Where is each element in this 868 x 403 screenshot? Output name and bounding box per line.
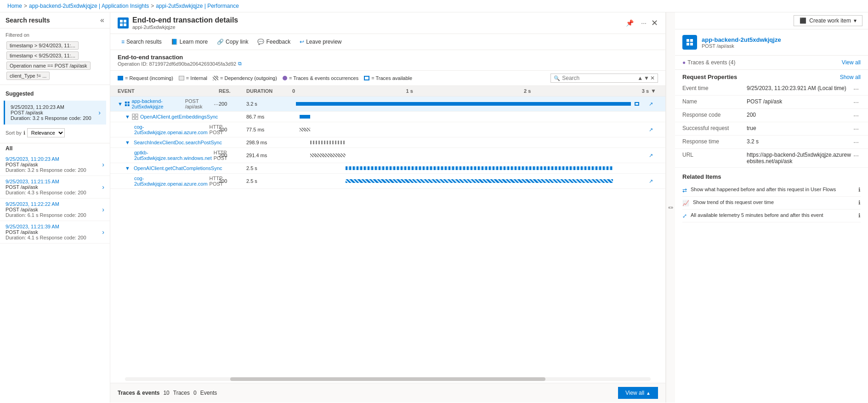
show-all-button[interactable]: Show all <box>840 74 861 80</box>
table-header: EVENT RES. DURATION 0 1 s 2 s 3 s ▼ <box>110 86 665 96</box>
suggested-item-text: 9/25/2023, 11:20:23 AM POST /api/ask Dur… <box>11 104 91 121</box>
list-item-method: POST /api/ask <box>6 229 86 235</box>
breadcrumb-performance[interactable]: appi-2ut5xdwkjqjze | Performance <box>156 3 239 9</box>
expand-0[interactable]: ▼ <box>118 101 123 107</box>
event-name-3[interactable]: SearchIndexClientDoc.searchPostSync <box>134 140 222 145</box>
time-mark-2: 2 s <box>524 88 531 94</box>
list-item[interactable]: 9/25/2023, 11:20:23 AM POST /api/ask Dur… <box>0 153 110 176</box>
copy-operation-icon[interactable]: ⧉ <box>238 61 242 67</box>
learn-more-label: Learn more <box>180 39 208 45</box>
table-row: ▼ OpenAIClient.getChatCompletionsSync 2.… <box>110 163 665 174</box>
prop-more-button[interactable]: ··· <box>851 85 861 92</box>
search-clear-button[interactable]: ✕ <box>650 75 655 81</box>
feedback-button[interactable]: 💬 Feedback <box>254 37 294 47</box>
list-item[interactable]: 9/25/2023, 11:22:22 AM POST /api/ask Dur… <box>0 199 110 221</box>
prop-value: POST /api/ask <box>747 98 851 105</box>
create-work-item-button[interactable]: ⬛ Create work item ▾ <box>794 15 862 26</box>
related-item-icon: ⤢ <box>682 213 687 219</box>
search-input[interactable] <box>562 75 635 81</box>
filter-button[interactable]: ▼ <box>649 88 658 94</box>
col-event: EVENT <box>118 88 219 94</box>
legend-internal-label: = Internal <box>186 75 207 81</box>
close-button[interactable]: ✕ <box>651 18 658 28</box>
list-item-detail: Duration: 3.2 s Response code: 200 <box>6 167 86 173</box>
svg-rect-27 <box>690 39 693 42</box>
pin-button[interactable]: 📌 <box>623 18 636 28</box>
expand-3[interactable]: ▼ <box>125 140 130 145</box>
collapse-panel-button[interactable]: « <box>100 16 104 24</box>
more-actions-button[interactable]: ··· <box>638 18 649 28</box>
legend-traces-label: = Traces & events occurrences <box>289 75 358 81</box>
table-row: cog-2ut5xdwkjqjze.openai.azure.com HTTP … <box>110 174 665 189</box>
bar-indicator-0 <box>635 102 639 106</box>
suggested-item[interactable]: 9/25/2023, 11:20:23 AM POST /api/ask Dur… <box>4 101 106 125</box>
svg-rect-28 <box>686 43 689 45</box>
prop-more-button[interactable]: ··· <box>851 138 861 146</box>
filter-tag[interactable]: client_Type != ... <box>6 72 50 80</box>
prop-value: https://app-backend-2ut5xdwkjqjze.azurew… <box>747 152 851 165</box>
svg-rect-8 <box>132 114 135 116</box>
event-name-5[interactable]: OpenAIClient.getChatCompletionsSync <box>134 165 222 171</box>
table-rows: ▼ app-backend-2ut5xdwkjqjze POST /api/as… <box>110 96 665 375</box>
prop-more-button[interactable]: ··· <box>851 152 861 159</box>
table-row: ▼ SearchIndexClientDoc.searchPostSync 29… <box>110 137 665 148</box>
horizontal-scrollbar[interactable] <box>110 375 665 383</box>
toggle-panel-button[interactable]: «» <box>666 12 675 403</box>
list-item[interactable]: 9/25/2023, 11:21:15 AM POST /api/ask Dur… <box>0 176 110 199</box>
leave-preview-button[interactable]: ↩ Leave preview <box>296 37 345 47</box>
timeline-1 <box>292 114 649 120</box>
related-item[interactable]: 📈 Show trend of this request over time ℹ <box>682 197 861 210</box>
prop-more-button[interactable]: ··· <box>851 112 861 119</box>
expand-5[interactable]: ▼ <box>125 165 130 171</box>
list-item[interactable]: 9/25/2023, 11:21:39 AM POST /api/ask Dur… <box>0 221 110 244</box>
transaction-header: End-to-end transaction Operation ID: 871… <box>110 50 665 71</box>
right-panel: ⬛ Create work item ▾ app-backend-2ut5xdw… <box>675 12 868 403</box>
search-prev-button[interactable]: ▲ <box>637 75 643 81</box>
transaction-title: End-to-end transaction <box>118 54 658 61</box>
event-name-1[interactable]: OpenAIClient.getEmbeddingsSync <box>140 114 218 119</box>
bar-0 <box>296 102 631 106</box>
timeline-3 <box>292 139 649 146</box>
link-icon-6[interactable]: ↗ <box>649 178 658 184</box>
list-item-detail: Duration: 4.3 s Response code: 200 <box>6 190 86 195</box>
time-mark-3: 3 s <box>642 88 649 94</box>
traces-view-all-button[interactable]: View all <box>842 59 861 66</box>
row-more-0[interactable]: ··· <box>214 101 219 108</box>
breadcrumb-app-insights[interactable]: app-backend-2ut5xdwkjqjze | Application … <box>29 3 149 9</box>
related-item[interactable]: ⇄ Show what happened before and after th… <box>682 184 861 197</box>
timeline-2 <box>292 126 649 133</box>
filter-tag[interactable]: timestamp > 9/24/2023, 11:... <box>6 41 79 50</box>
leave-preview-icon: ↩ <box>300 39 304 45</box>
link-icon-2[interactable]: ↗ <box>649 127 658 133</box>
filter-tag[interactable]: Operation name == POST /api/ask <box>6 62 91 70</box>
link-icon-4[interactable]: ↗ <box>649 153 658 159</box>
filter-tag[interactable]: timestamp < 9/25/2023, 11:... <box>6 51 79 60</box>
event-name-4[interactable]: gptkb-2ut5xdwkjqjze.search.windows.net <box>134 150 212 161</box>
legend-dependency: = Dependency (outgoing) <box>213 75 277 81</box>
related-item-text: Show trend of this request over time <box>693 199 855 205</box>
learn-more-button[interactable]: 📘 Learn more <box>167 37 211 47</box>
prop-row: Event time 9/25/2023, 11:20:23.921 AM (L… <box>675 82 868 96</box>
search-results-button[interactable]: ≡ Search results <box>118 37 165 47</box>
list-item-method: POST /api/ask <box>6 184 86 190</box>
sort-select[interactable]: Relevance <box>27 128 65 137</box>
view-all-button[interactable]: View all ▲ <box>618 387 658 399</box>
prop-more-button[interactable]: ··· <box>851 98 861 106</box>
event-name-2[interactable]: cog-2ut5xdwkjqjze.openai.azure.com <box>134 124 208 135</box>
prop-row: Response time 3.2 s ··· <box>675 136 868 149</box>
expand-1[interactable]: ▼ <box>125 114 130 119</box>
related-item[interactable]: ⤢ All available telemetry 5 minutes befo… <box>682 210 861 222</box>
copy-link-button[interactable]: 🔗 Copy link <box>213 37 252 47</box>
link-icon-0[interactable]: ↗ <box>649 101 658 107</box>
traces-info: Traces & events 10 Traces 0 Events <box>118 390 217 396</box>
search-next-button[interactable]: ▼ <box>644 75 649 81</box>
svg-rect-4 <box>125 102 127 103</box>
prop-key: URL <box>682 152 747 158</box>
list-items: 9/25/2023, 11:20:23 AM POST /api/ask Dur… <box>0 153 110 244</box>
prop-more-button[interactable]: ··· <box>851 125 861 132</box>
event-name-6[interactable]: cog-2ut5xdwkjqjze.openai.azure.com <box>134 176 208 187</box>
event-name-0[interactable]: app-backend-2ut5xdwkjqjze <box>131 98 183 109</box>
breadcrumb-home[interactable]: Home <box>7 3 22 9</box>
timeline-4 <box>292 152 649 159</box>
traces-events-label: ● Traces & events (4) <box>682 59 736 66</box>
